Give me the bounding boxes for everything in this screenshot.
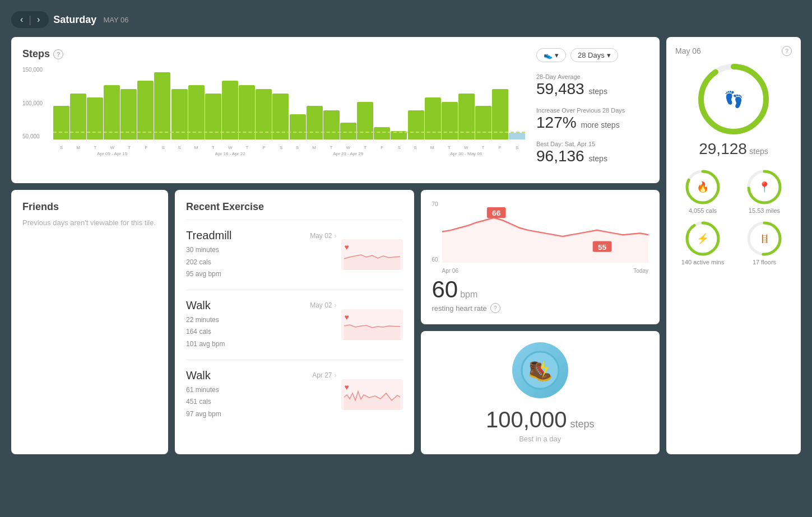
- steps-help-icon[interactable]: ?: [53, 49, 63, 59]
- increase-stat-block: Increase Over Previous 28 Days 127% more…: [536, 107, 648, 132]
- week-group-2: [290, 102, 407, 140]
- active-icon: ⚡: [697, 232, 709, 245]
- day-label: M: [424, 145, 440, 150]
- filter-icon: 👟: [544, 51, 553, 59]
- bar-w3d1: [425, 97, 441, 139]
- divider-3: [186, 360, 403, 360]
- floors-stat-item: 🪜 17 floors: [737, 221, 792, 266]
- y-axis-labels: 150,000 100,000 50,000: [22, 67, 43, 139]
- y-label-150k: 150,000: [22, 67, 43, 73]
- week-range-0: Apr 09 - Apr 15: [53, 151, 171, 156]
- exercise-item-0: Treadmill May 02 › 30 minutes 202 cals 9…: [186, 225, 403, 285]
- day-label: S: [391, 145, 407, 150]
- heart-icon-2: ♥: [345, 383, 349, 392]
- week-label-group-3: SMTWTFSApr 30 - May 06: [407, 145, 526, 156]
- bar-w2d5: [374, 127, 390, 140]
- exercise-item-1: Walk May 02 › 22 minutes 164 cals 101 av…: [186, 295, 403, 355]
- week-group-1: [171, 81, 289, 139]
- active-label: 140 active mins: [681, 259, 724, 266]
- avg-stat-block: 28-Day Average 59,483 steps: [536, 73, 648, 98]
- week-label-group-0: SMTWTFSApr 09 - Apr 15: [53, 145, 171, 156]
- day-label: W: [104, 145, 120, 150]
- steps-chart-section: Steps ? 150,000 100,000 50,000 SMTWTFSAp…: [22, 48, 525, 172]
- increase-value: 127% more steps: [536, 114, 648, 132]
- week-group-0: [53, 72, 170, 139]
- exercise-item-2: Walk Apr 27 › 61 minutes 451 cals 97 avg…: [186, 365, 403, 425]
- day-label: S: [407, 145, 424, 150]
- prev-button[interactable]: ‹: [17, 13, 26, 26]
- y-label-100k: 100,000: [22, 100, 43, 106]
- exercise-card: Recent Exercise Treadmill May 02 ›: [175, 190, 414, 454]
- goal-line: [53, 132, 525, 133]
- heart-help-icon[interactable]: ?: [490, 303, 500, 313]
- heart-chart-wrapper: 70 60 66 55: [432, 201, 649, 274]
- activity-filter-btn[interactable]: 👟 ▾: [536, 48, 566, 62]
- y-label-50k: 50,000: [22, 133, 43, 139]
- svg-marker-2: [344, 392, 400, 410]
- steps-count-display: 29,128 steps: [699, 140, 768, 158]
- achievement-value: 100,000: [486, 407, 567, 432]
- heart-rate-chart: 66 55: [442, 201, 649, 263]
- bar-w2d3: [340, 123, 356, 139]
- bar-w3d4: [475, 106, 491, 139]
- day-label: W: [340, 145, 356, 150]
- svg-text:66: 66: [492, 209, 500, 217]
- increase-label: Increase Over Previous 28 Days: [536, 107, 648, 114]
- active-circle: ⚡: [685, 221, 721, 257]
- heart-icon-0: ♥: [345, 243, 349, 251]
- summary-date-row: May 06 ?: [675, 46, 792, 56]
- days-filter-btn[interactable]: 28 Days ▾: [570, 48, 618, 62]
- divider-1: [186, 220, 403, 220]
- exercise-sparkline-0: [341, 239, 403, 270]
- exercise-title: Recent Exercise: [186, 201, 403, 213]
- exercise-chart-0[interactable]: ♥: [341, 239, 403, 270]
- exercise-chart-2[interactable]: ♥: [341, 379, 403, 410]
- day-label: T: [323, 145, 340, 150]
- week-range-2: Apr 23 - Apr 29: [289, 151, 407, 156]
- day-label: F: [492, 145, 508, 150]
- friends-card: Friends Previous days aren't viewable fo…: [11, 190, 168, 454]
- heart-bpm-unit: bpm: [460, 290, 477, 300]
- steps-chart: 150,000 100,000 50,000 SMTWTFSApr 09 - A…: [22, 67, 525, 156]
- bar-w3d2: [442, 102, 458, 140]
- heart-bpm-row: 60 bpm: [432, 276, 649, 303]
- floors-circle: 🪜: [746, 221, 782, 257]
- exercise-info-2: Walk Apr 27 › 61 minutes 451 cals 97 avg…: [186, 369, 337, 421]
- day-label: T: [205, 145, 221, 150]
- steps-circle-inner: 👣: [724, 90, 744, 109]
- day-label: S: [53, 145, 69, 150]
- bar-w1d3: [222, 81, 238, 139]
- active-stat-item: ⚡ 140 active mins: [675, 221, 730, 266]
- exercise-date-1: May 02 ›: [310, 301, 336, 309]
- summary-help-icon[interactable]: ?: [782, 46, 792, 56]
- avg-value: 59,483 steps: [536, 80, 648, 98]
- friends-subtitle: Previous days aren't viewable for this t…: [22, 217, 157, 229]
- heart-end-label: Today: [633, 268, 648, 274]
- exercise-chart-1[interactable]: ♥: [341, 309, 403, 340]
- week-range-1: Apr 16 - Apr 22: [171, 151, 290, 156]
- steps-card: Steps ? 150,000 100,000 50,000 SMTWTFSAp…: [11, 37, 660, 183]
- bar-w2d2: [323, 110, 340, 140]
- exercise-sparkline-2: [341, 379, 403, 410]
- day-label: T: [239, 145, 256, 150]
- divider-2: [186, 290, 403, 290]
- miles-circle: 📍: [746, 169, 782, 205]
- day-label: T: [441, 145, 457, 150]
- best-stat-block: Best Day: Sat, Apr 15 96,136 steps: [536, 141, 648, 165]
- date-nav-group: ‹ | ›: [11, 11, 49, 28]
- svg-text:55: 55: [597, 243, 606, 251]
- week-label-group-2: SMTWTFSApr 23 - Apr 29: [289, 145, 407, 156]
- main-grid: Steps ? 150,000 100,000 50,000 SMTWTFSAp…: [11, 37, 801, 454]
- achievement-svg: 🥾: [521, 351, 560, 390]
- avg-label: 28-Day Average: [536, 73, 648, 80]
- heart-label-text: resting heart rate: [432, 304, 487, 313]
- svg-marker-3: [442, 218, 649, 263]
- achievement-unit: steps: [570, 418, 595, 430]
- svg-text:🥾: 🥾: [527, 358, 553, 383]
- exercise-name-1: Walk: [186, 299, 211, 312]
- current-date: MAY 06: [103, 16, 128, 24]
- best-value: 96,136 steps: [536, 147, 648, 165]
- steps-title: Steps ?: [22, 48, 525, 60]
- heart-icon-1: ♥: [345, 313, 349, 322]
- next-button[interactable]: ›: [34, 13, 43, 26]
